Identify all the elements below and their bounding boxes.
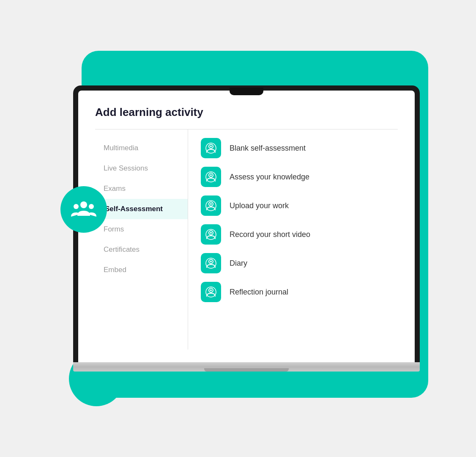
- svg-point-0: [80, 201, 87, 208]
- nav-sidebar: Multimedia Live Sessions Exams Self-Asse…: [95, 129, 188, 350]
- activity-icon-assess: [201, 167, 221, 187]
- activity-label-upload: Upload your work: [230, 201, 289, 210]
- activity-icon-diary: [201, 253, 221, 273]
- activity-reflection-journal[interactable]: Reflection journal: [201, 282, 385, 302]
- svg-point-2: [89, 204, 94, 209]
- laptop-screen: Add learning activity Multimedia Live Se…: [78, 91, 415, 362]
- laptop-base: [73, 362, 420, 372]
- activity-assess-knowledge[interactable]: Assess your knowledge: [201, 167, 385, 187]
- self-assessment-icon: [205, 142, 217, 154]
- activity-upload-work[interactable]: Upload your work: [201, 195, 385, 216]
- content-area: Blank self-assessment: [188, 129, 398, 350]
- activity-label-blank: Blank self-assessment: [230, 144, 306, 153]
- diary-icon: [205, 257, 217, 269]
- reflection-icon: [205, 286, 217, 298]
- laptop: Add learning activity Multimedia Live Se…: [73, 85, 420, 372]
- activity-label-record: Record your short video: [230, 230, 310, 239]
- upload-icon: [205, 200, 217, 212]
- camera-notch: [230, 88, 263, 95]
- scene: Add learning activity Multimedia Live Se…: [48, 25, 428, 432]
- activity-label-assess: Assess your knowledge: [230, 173, 309, 182]
- dialog-body: Multimedia Live Sessions Exams Self-Asse…: [95, 129, 398, 350]
- nav-item-certificates[interactable]: Certificates: [95, 240, 188, 260]
- laptop-bezel: Add learning activity Multimedia Live Se…: [73, 85, 420, 362]
- svg-point-7: [210, 174, 212, 176]
- nav-item-multimedia[interactable]: Multimedia: [95, 138, 188, 158]
- nav-item-exams[interactable]: Exams: [95, 179, 188, 199]
- activity-icon-reflection: [201, 282, 221, 302]
- activity-record-video[interactable]: Record your short video: [201, 224, 385, 245]
- nav-item-embed[interactable]: Embed: [95, 260, 188, 280]
- activity-icon-record: [201, 224, 221, 245]
- group-icon: [71, 197, 96, 222]
- activity-diary[interactable]: Diary: [201, 253, 385, 273]
- group-icon-circle: [60, 186, 107, 233]
- svg-point-19: [210, 289, 212, 291]
- assess-icon: [205, 171, 217, 183]
- svg-point-4: [210, 146, 212, 147]
- activity-icon-blank: [201, 138, 221, 158]
- activity-label-diary: Diary: [230, 259, 247, 268]
- nav-item-live-sessions[interactable]: Live Sessions: [95, 158, 188, 179]
- activity-icon-upload: [201, 195, 221, 216]
- dialog-title: Add learning activity: [95, 106, 398, 119]
- nav-item-self-assessment[interactable]: Self-Assessment: [95, 199, 188, 219]
- svg-point-10: [210, 203, 212, 205]
- svg-point-13: [210, 232, 212, 234]
- activity-label-reflection: Reflection journal: [230, 288, 288, 297]
- activity-blank-self-assessment[interactable]: Blank self-assessment: [201, 138, 385, 158]
- record-icon: [205, 228, 217, 240]
- dialog: Add learning activity Multimedia Live Se…: [78, 91, 415, 362]
- svg-point-16: [210, 261, 212, 262]
- nav-item-forms[interactable]: Forms: [95, 219, 188, 240]
- svg-point-1: [74, 204, 79, 209]
